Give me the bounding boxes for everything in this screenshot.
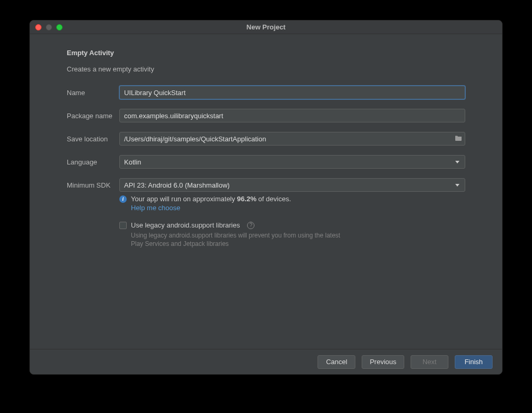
titlebar: New Project [30, 20, 502, 34]
chevron-down-icon [455, 184, 459, 187]
page-heading: Empty Activity [67, 49, 465, 57]
minsdk-label: Minimum SDK [67, 181, 119, 189]
legacy-support-help: Using legacy android.support libraries w… [131, 232, 352, 248]
coverage-percent: 96.2% [237, 195, 257, 203]
package-input[interactable] [119, 109, 465, 122]
cancel-button[interactable]: Cancel [318, 355, 355, 369]
next-button: Next [411, 355, 448, 369]
finish-button[interactable]: Finish [455, 355, 493, 369]
help-icon[interactable]: ? [247, 222, 254, 229]
chevron-down-icon [455, 161, 459, 163]
language-label: Language [67, 158, 119, 166]
language-value: Kotlin [124, 158, 141, 166]
page-subtitle: Creates a new empty activity [67, 65, 465, 73]
info-icon: i [119, 195, 127, 203]
legacy-support-label: Use legacy android.support libraries [131, 221, 240, 229]
device-coverage-info: i Your app will run on approximately 96.… [119, 195, 465, 203]
legacy-support-checkbox[interactable] [119, 222, 127, 229]
dialog-footer: Cancel Previous Next Finish [30, 349, 502, 374]
package-label: Package name [67, 112, 119, 120]
new-project-dialog: New Project Empty Activity Creates a new… [29, 20, 503, 375]
minsdk-select[interactable]: API 23: Android 6.0 (Marshmallow) [119, 178, 465, 192]
help-me-choose-link[interactable]: Help me choose [131, 204, 180, 212]
save-location-input[interactable] [119, 132, 465, 146]
minsdk-value: API 23: Android 6.0 (Marshmallow) [124, 181, 230, 189]
language-select[interactable]: Kotlin [119, 155, 465, 169]
previous-button[interactable]: Previous [362, 355, 404, 369]
dialog-content: Empty Activity Creates a new empty activ… [30, 34, 502, 349]
name-label: Name [67, 89, 119, 97]
window-title: New Project [30, 23, 502, 31]
name-input[interactable] [119, 86, 465, 99]
save-location-label: Save location [67, 135, 119, 143]
